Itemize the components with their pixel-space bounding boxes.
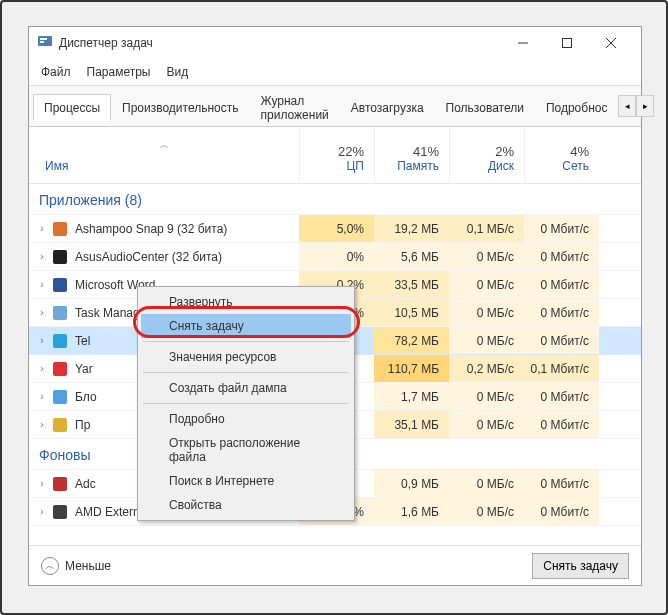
cell-value: 19,2 МБ xyxy=(374,215,449,242)
svg-rect-15 xyxy=(53,477,67,491)
fewer-details-button[interactable]: ︿ Меньше xyxy=(41,557,111,575)
cell-value: 0 Мбит/с xyxy=(524,299,599,326)
context-menu-item[interactable]: Значения ресурсов xyxy=(141,345,351,369)
chevron-right-icon[interactable]: › xyxy=(33,223,51,234)
tab-scroll-left[interactable]: ◂ xyxy=(618,95,636,117)
svg-rect-9 xyxy=(53,278,67,292)
cell-value: 0,9 МБ xyxy=(374,470,449,497)
separator xyxy=(143,341,349,342)
cell-value: 0,1 МБ/с xyxy=(449,215,524,242)
sort-indicator[interactable]: ︿ xyxy=(37,131,291,159)
end-task-button[interactable]: Снять задачу xyxy=(532,553,629,579)
cell-value: 0 МБ/с xyxy=(449,383,524,410)
cell-value: 0 Мбит/с xyxy=(524,498,599,525)
chevron-right-icon[interactable]: › xyxy=(33,478,51,489)
chevron-right-icon[interactable]: › xyxy=(33,363,51,374)
minimize-button[interactable] xyxy=(501,28,545,58)
process-icon xyxy=(51,276,69,294)
tab-details[interactable]: Подробнос xyxy=(535,94,619,120)
table-row[interactable]: › AsusAudioCenter (32 бита)0%5,6 МБ0 МБ/… xyxy=(29,243,641,271)
cell-value: 0 МБ/с xyxy=(449,271,524,298)
cell-value: 0% xyxy=(299,243,374,270)
maximize-button[interactable] xyxy=(545,28,589,58)
separator xyxy=(143,372,349,373)
menu-view[interactable]: Вид xyxy=(158,61,196,83)
cell-value: 0 Мбит/с xyxy=(524,327,599,354)
window-title: Диспетчер задач xyxy=(59,36,501,50)
tab-processes[interactable]: Процессы xyxy=(33,94,111,121)
memory-percent: 41% xyxy=(379,131,439,159)
titlebar[interactable]: Диспетчер задач xyxy=(29,27,641,59)
process-icon xyxy=(51,304,69,322)
task-manager-window: Диспетчер задач Файл Параметры Вид Проце… xyxy=(28,26,642,586)
cell-value: 1,6 МБ xyxy=(374,498,449,525)
context-menu-item[interactable]: Поиск в Интернете xyxy=(141,469,351,493)
cell-value: 0 МБ/с xyxy=(449,411,524,438)
svg-rect-12 xyxy=(53,362,67,376)
footer: ︿ Меньше Снять задачу xyxy=(29,545,641,585)
menu-file[interactable]: Файл xyxy=(33,61,79,83)
chevron-right-icon[interactable]: › xyxy=(33,251,51,262)
network-percent: 4% xyxy=(529,131,589,159)
cell-value: 33,5 МБ xyxy=(374,271,449,298)
process-icon xyxy=(51,503,69,521)
menu-options[interactable]: Параметры xyxy=(79,61,159,83)
context-menu-item[interactable]: Снять задачу xyxy=(141,314,351,338)
table-row[interactable]: › Ashampoo Snap 9 (32 бита)5,0%19,2 МБ0,… xyxy=(29,215,641,243)
process-name: AsusAudioCenter (32 бита) xyxy=(75,250,299,264)
cell-value: 0 Мбит/с xyxy=(524,411,599,438)
chevron-right-icon[interactable]: › xyxy=(33,335,51,346)
column-memory[interactable]: Память xyxy=(379,159,439,179)
cell-value: 0 МБ/с xyxy=(449,327,524,354)
context-menu-item[interactable]: Развернуть xyxy=(141,290,351,314)
svg-rect-2 xyxy=(40,41,44,43)
cell-value: 35,1 МБ xyxy=(374,411,449,438)
process-icon xyxy=(51,416,69,434)
svg-rect-13 xyxy=(53,390,67,404)
chevron-right-icon[interactable]: › xyxy=(33,506,51,517)
chevron-right-icon[interactable]: › xyxy=(33,419,51,430)
process-icon xyxy=(51,248,69,266)
tab-startup[interactable]: Автозагрузка xyxy=(340,94,435,120)
cell-value: 5,6 МБ xyxy=(374,243,449,270)
context-menu-item[interactable]: Подробно xyxy=(141,407,351,431)
process-icon xyxy=(51,475,69,493)
cell-value: 10,5 МБ xyxy=(374,299,449,326)
process-icon xyxy=(51,388,69,406)
tab-scroll-right[interactable]: ▸ xyxy=(636,95,654,117)
context-menu-item[interactable]: Открыть расположение файла xyxy=(141,431,351,469)
context-menu-item[interactable]: Создать файл дампа xyxy=(141,376,351,400)
svg-rect-4 xyxy=(563,39,572,48)
column-name[interactable]: Имя xyxy=(37,159,291,179)
context-menu-item[interactable]: Свойства xyxy=(141,493,351,517)
chevron-right-icon[interactable]: › xyxy=(33,391,51,402)
process-icon xyxy=(51,332,69,350)
cell-value: 0 МБ/с xyxy=(449,470,524,497)
tab-users[interactable]: Пользователи xyxy=(435,94,535,120)
chevron-right-icon[interactable]: › xyxy=(33,279,51,290)
cell-value: 110,7 МБ xyxy=(374,355,449,382)
cpu-percent: 22% xyxy=(304,131,364,159)
svg-rect-10 xyxy=(53,306,67,320)
tab-performance[interactable]: Производительность xyxy=(111,94,249,120)
column-network[interactable]: Сеть xyxy=(529,159,589,179)
cell-value: 0,1 Мбит/с xyxy=(524,355,599,382)
app-icon xyxy=(37,33,53,53)
column-cpu[interactable]: ЦП xyxy=(304,159,364,179)
tabs: Процессы Производительность Журнал прило… xyxy=(29,86,641,127)
column-disk[interactable]: Диск xyxy=(454,159,514,179)
close-button[interactable] xyxy=(589,28,633,58)
svg-rect-8 xyxy=(53,250,67,264)
tab-app-history[interactable]: Журнал приложений xyxy=(250,87,340,127)
process-icon xyxy=(51,220,69,238)
group-applications[interactable]: Приложения (8) xyxy=(29,184,641,215)
context-menu: РазвернутьСнять задачуЗначения ресурсовС… xyxy=(137,286,355,521)
disk-percent: 2% xyxy=(454,131,514,159)
cell-value: 1,7 МБ xyxy=(374,383,449,410)
cell-value: 0 Мбит/с xyxy=(524,383,599,410)
cell-value: 0 МБ/с xyxy=(449,299,524,326)
cell-value: 78,2 МБ xyxy=(374,327,449,354)
chevron-right-icon[interactable]: › xyxy=(33,307,51,318)
cell-value: 0 Мбит/с xyxy=(524,271,599,298)
svg-rect-14 xyxy=(53,418,67,432)
